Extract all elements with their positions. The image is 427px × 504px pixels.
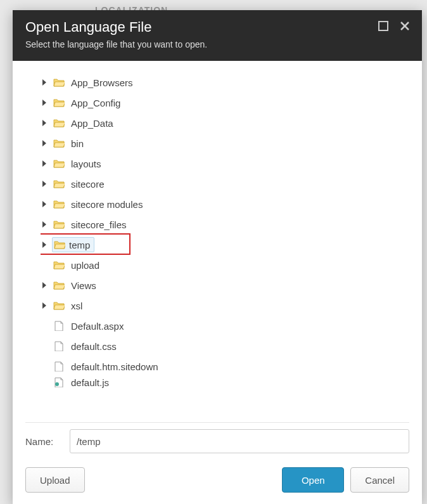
tree-item-label: App_Data bbox=[71, 118, 113, 129]
tree-item-label: App_Browsers bbox=[71, 77, 133, 88]
expand-arrow-icon[interactable] bbox=[41, 119, 48, 127]
expand-arrow-icon[interactable] bbox=[41, 160, 48, 167]
expand-arrow-icon[interactable] bbox=[41, 200, 48, 208]
file-js-icon bbox=[53, 377, 65, 387]
tree-item-label: Views bbox=[71, 280, 96, 291]
tree-item-label: Default.aspx bbox=[71, 321, 124, 332]
file-icon bbox=[53, 361, 65, 372]
tree-item-default-htm-sitedown[interactable]: default.htm.sitedown bbox=[41, 356, 404, 377]
tree-item-sitecore[interactable]: sitecore bbox=[41, 174, 404, 194]
tree-item-app-data[interactable]: App_Data bbox=[41, 113, 404, 133]
tree-item-upload[interactable]: upload bbox=[41, 255, 404, 275]
tree-item-sitecore-modules[interactable]: sitecore modules bbox=[41, 194, 404, 214]
tree-item-label: default.htm.sitedown bbox=[71, 361, 158, 372]
open-button[interactable]: Open bbox=[282, 467, 344, 493]
tree-item-label: upload bbox=[71, 260, 99, 271]
expand-arrow-icon[interactable] bbox=[41, 180, 48, 188]
expand-arrow-icon[interactable] bbox=[41, 241, 48, 249]
tree-item-default-js[interactable]: default.js bbox=[41, 377, 404, 388]
tree-item-default-aspx[interactable]: Default.aspx bbox=[41, 316, 404, 336]
folder-icon bbox=[53, 98, 65, 108]
tree-item-app-config[interactable]: App_Config bbox=[41, 93, 404, 113]
open-language-file-dialog: Open Language File Select the language f… bbox=[13, 10, 422, 504]
svg-rect-0 bbox=[379, 22, 388, 30]
folder-icon bbox=[53, 158, 65, 169]
folder-icon bbox=[53, 77, 65, 87]
tree-item-app-browsers[interactable]: App_Browsers bbox=[41, 72, 404, 93]
tree-item-label: App_Config bbox=[71, 98, 120, 108]
upload-button[interactable]: Upload bbox=[25, 467, 85, 493]
tree-item-default-css[interactable]: default.css bbox=[41, 336, 404, 356]
close-button[interactable] bbox=[398, 19, 412, 33]
cancel-button[interactable]: Cancel bbox=[350, 467, 409, 493]
tree-item-bin[interactable]: bin bbox=[41, 133, 404, 153]
close-icon bbox=[399, 20, 411, 32]
folder-icon bbox=[53, 199, 65, 209]
tree-item-label: sitecore bbox=[71, 179, 105, 190]
expand-arrow-icon[interactable] bbox=[41, 139, 48, 147]
expand-arrow-icon[interactable] bbox=[41, 79, 48, 86]
tree-item-label: bin bbox=[71, 138, 84, 149]
tree-item-label: temp bbox=[69, 240, 90, 250]
maximize-icon bbox=[378, 20, 389, 32]
folder-icon bbox=[53, 219, 65, 229]
folder-icon bbox=[53, 179, 65, 189]
folder-icon bbox=[53, 280, 65, 290]
dialog-titlebar: Open Language File Select the language f… bbox=[13, 10, 422, 61]
tree-item-xsl[interactable]: xsl bbox=[41, 295, 404, 316]
tree-item-label: xsl bbox=[71, 300, 82, 311]
expand-arrow-icon[interactable] bbox=[41, 281, 48, 289]
dialog-subtitle: Select the language file that you want t… bbox=[25, 39, 409, 49]
tree-item-label: layouts bbox=[71, 158, 101, 169]
folder-icon bbox=[54, 240, 65, 250]
file-tree[interactable]: App_BrowsersApp_ConfigApp_Databinlayouts… bbox=[41, 72, 409, 410]
tree-item-layouts[interactable]: layouts bbox=[41, 153, 404, 174]
tree-item-views[interactable]: Views bbox=[41, 275, 404, 295]
tree-item-sitecore-files[interactable]: sitecore_files bbox=[41, 214, 404, 235]
folder-icon bbox=[53, 300, 65, 311]
name-input[interactable] bbox=[70, 429, 409, 453]
folder-icon bbox=[53, 118, 65, 128]
file-icon bbox=[53, 341, 65, 351]
tree-item-temp[interactable]: temp bbox=[41, 235, 404, 255]
expand-arrow-icon[interactable] bbox=[41, 221, 48, 228]
name-label: Name: bbox=[25, 436, 63, 447]
tree-item-label: default.js bbox=[71, 377, 109, 388]
maximize-button[interactable] bbox=[376, 19, 390, 33]
tree-item-label: default.css bbox=[71, 341, 117, 352]
expand-arrow-icon[interactable] bbox=[41, 99, 48, 107]
tree-item-label: sitecore_files bbox=[71, 219, 127, 230]
file-icon bbox=[53, 321, 65, 331]
dialog-title: Open Language File bbox=[25, 19, 409, 36]
expand-arrow-icon[interactable] bbox=[41, 302, 48, 309]
folder-icon bbox=[53, 138, 65, 148]
tree-item-label: sitecore modules bbox=[71, 199, 143, 210]
folder-icon bbox=[53, 260, 65, 270]
